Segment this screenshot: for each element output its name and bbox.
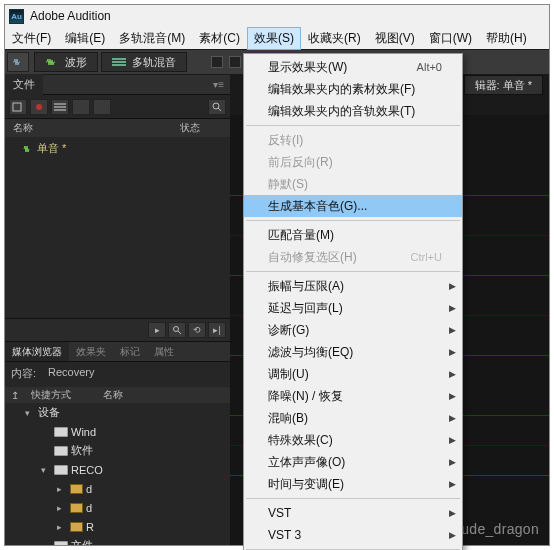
- submenu-arrow-icon: ▶: [449, 281, 456, 291]
- menu-item[interactable]: 滤波与均衡(EQ)▶: [244, 341, 462, 363]
- folder-icon: [70, 522, 83, 532]
- tool-button[interactable]: [72, 99, 90, 115]
- tree-row[interactable]: ▸d: [5, 479, 230, 498]
- browser-tab[interactable]: 效果夹: [69, 342, 113, 361]
- menu-item[interactable]: 特殊效果(C)▶: [244, 429, 462, 451]
- svg-rect-2: [112, 64, 126, 66]
- svg-line-9: [218, 108, 221, 111]
- folder-icon: [70, 503, 83, 513]
- menu-item[interactable]: 视图(V): [368, 27, 422, 50]
- menu-item[interactable]: VST 3▶: [244, 524, 462, 546]
- editor-tab[interactable]: 辑器: 单音 *: [464, 75, 543, 95]
- tool-button[interactable]: [93, 99, 111, 115]
- menu-item: 静默(S): [244, 173, 462, 195]
- menu-item[interactable]: VST▶: [244, 502, 462, 524]
- autoplay-button[interactable]: ⟲: [188, 322, 206, 338]
- submenu-arrow-icon: ▶: [449, 325, 456, 335]
- expand-arrow-icon[interactable]: ▸: [57, 484, 67, 494]
- browser-content-row: 内容: Recovery: [5, 362, 230, 385]
- submenu-arrow-icon: ▶: [449, 435, 456, 445]
- search-icon: [212, 102, 222, 112]
- tab-files[interactable]: 文件: [5, 74, 43, 95]
- tree-item-label: 设备: [38, 405, 60, 420]
- menu-item[interactable]: 收藏夹(R): [301, 27, 368, 50]
- menu-item[interactable]: 诊断(G)▶: [244, 319, 462, 341]
- tree-item-label: 文件: [71, 538, 93, 545]
- audio-file-icon: [23, 144, 33, 154]
- svg-line-11: [178, 331, 181, 334]
- menu-item[interactable]: 时间与变调(E)▶: [244, 473, 462, 495]
- menu-item[interactable]: 文件(F): [5, 27, 58, 50]
- menu-item[interactable]: 延迟与回声(L)▶: [244, 297, 462, 319]
- svg-rect-6: [54, 106, 66, 108]
- files-panel-tabrow: 文件 ▾≡: [5, 75, 230, 95]
- menu-item[interactable]: 降噪(N) / 恢复▶: [244, 385, 462, 407]
- tree-item-label: d: [86, 483, 92, 495]
- open-file-button[interactable]: [9, 99, 27, 115]
- menu-item-label: 诊断(G): [268, 322, 309, 339]
- content-label: 内容:: [11, 366, 36, 381]
- tool-button[interactable]: [7, 52, 29, 72]
- drive-icon: [54, 427, 68, 437]
- color-square-dark[interactable]: [211, 56, 223, 68]
- expand-arrow-icon[interactable]: ▾: [25, 408, 35, 418]
- record-button[interactable]: [30, 99, 48, 115]
- tree-item-label: RECO: [71, 464, 103, 476]
- drive-icon: [54, 446, 68, 456]
- tab-label: 波形: [65, 55, 87, 70]
- menu-item[interactable]: 编辑效果夹内的音轨效果(T): [244, 100, 462, 122]
- menu-item[interactable]: 帮助(H): [479, 27, 534, 50]
- menu-item-label: VST: [268, 506, 291, 520]
- play-button[interactable]: ▸: [148, 322, 166, 338]
- tree-row[interactable]: Wind: [5, 422, 230, 441]
- content-value: Recovery: [48, 366, 94, 381]
- tree-row[interactable]: 文件: [5, 536, 230, 545]
- menu-item[interactable]: 编辑效果夹内的素材效果(F): [244, 78, 462, 100]
- tree-row[interactable]: ▸d: [5, 498, 230, 517]
- expand-arrow-icon[interactable]: ▸: [57, 503, 67, 513]
- menu-item[interactable]: 效果(S): [247, 27, 301, 50]
- browser-tab[interactable]: 属性: [147, 342, 181, 361]
- preview-button[interactable]: [168, 322, 186, 338]
- search-button[interactable]: [208, 99, 226, 115]
- file-icon: [12, 102, 24, 112]
- menu-item[interactable]: 显示效果夹(W)Alt+0: [244, 56, 462, 78]
- nav-up-icon[interactable]: ↥: [11, 390, 23, 401]
- panel-menu-icon[interactable]: ▾≡: [213, 79, 230, 90]
- menu-item[interactable]: 立体声声像(O)▶: [244, 451, 462, 473]
- svg-rect-7: [54, 109, 66, 111]
- expand-arrow-icon[interactable]: ▸: [57, 522, 67, 532]
- menu-item-label: 立体声声像(O): [268, 454, 345, 471]
- menu-item[interactable]: 混响(B)▶: [244, 407, 462, 429]
- menu-item-label: 降噪(N) / 恢复: [268, 388, 343, 405]
- submenu-arrow-icon: ▶: [449, 391, 456, 401]
- tree-item-label: d: [86, 502, 92, 514]
- import-button[interactable]: [51, 99, 69, 115]
- menu-item[interactable]: 编辑(E): [58, 27, 112, 50]
- menu-item[interactable]: 多轨混音(M): [112, 27, 192, 50]
- menu-item[interactable]: 匹配音量(M): [244, 224, 462, 246]
- tab-waveform[interactable]: 波形: [34, 52, 98, 72]
- color-square-dark[interactable]: [229, 56, 241, 68]
- menu-item[interactable]: 窗口(W): [422, 27, 479, 50]
- file-item[interactable]: 单音 *: [5, 137, 230, 160]
- browser-tab[interactable]: 媒体浏览器: [5, 342, 69, 361]
- browser-tab[interactable]: 标记: [113, 342, 147, 361]
- tree-row[interactable]: ▸R: [5, 517, 230, 536]
- menu-item[interactable]: 生成基本音色(G)...: [244, 195, 462, 217]
- tab-multitrack[interactable]: 多轨混音: [101, 52, 187, 72]
- menu-item-label: 编辑效果夹内的素材效果(F): [268, 81, 415, 98]
- menu-item: 反转(I): [244, 129, 462, 151]
- expand-arrow-icon[interactable]: ▾: [41, 465, 51, 475]
- menu-item[interactable]: 振幅与压限(A)▶: [244, 275, 462, 297]
- menu-item[interactable]: 调制(U)▶: [244, 363, 462, 385]
- tree-row[interactable]: 软件: [5, 441, 230, 460]
- multitrack-icon: [112, 57, 126, 67]
- skip-button[interactable]: ▸|: [208, 322, 226, 338]
- waveform-icon: [12, 57, 24, 67]
- tree-row[interactable]: ▾RECO: [5, 460, 230, 479]
- tree-row[interactable]: ▾设备: [5, 403, 230, 422]
- menu-item[interactable]: 素材(C): [192, 27, 247, 50]
- menu-item: 前后反向(R): [244, 151, 462, 173]
- menu-item-label: 延迟与回声(L): [268, 300, 343, 317]
